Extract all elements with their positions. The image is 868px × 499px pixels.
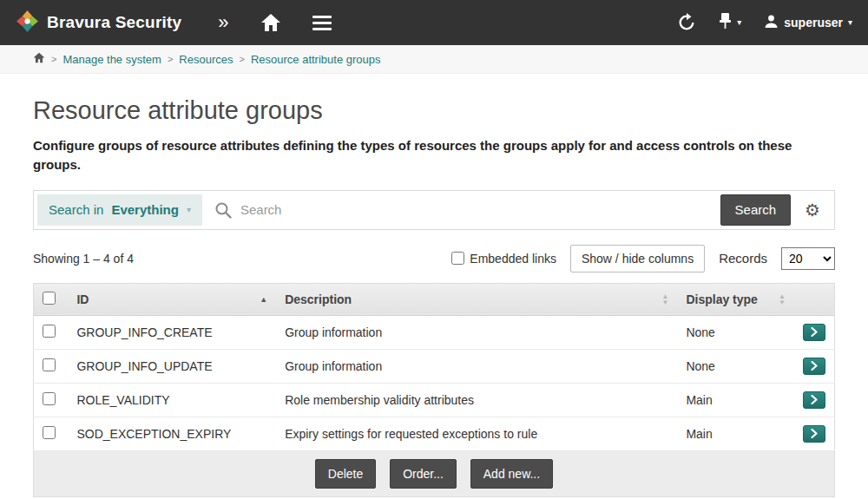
brand[interactable]: Bravura Security: [16, 10, 181, 36]
embedded-links-checkbox[interactable]: [451, 252, 464, 265]
table-row: GROUP_INFO_UPDATE Group information None: [34, 349, 835, 383]
column-header-description[interactable]: Description ▲▼: [276, 283, 677, 315]
row-open-button[interactable]: [803, 358, 825, 375]
row-open-button[interactable]: [803, 324, 825, 341]
gear-icon[interactable]: ⚙: [805, 201, 820, 219]
cell-id: GROUP_INFO_UPDATE: [68, 349, 276, 383]
row-checkbox[interactable]: [43, 358, 56, 371]
table-footer-row: Delete Order... Add new...: [34, 450, 835, 496]
username: superuser: [784, 16, 843, 30]
add-new-button[interactable]: Add new...: [470, 459, 553, 489]
cell-display-type: Main: [677, 383, 794, 417]
table-row: ROLE_VALIDITY Role membership validity a…: [34, 383, 835, 417]
showing-count: Showing 1 – 4 of 4: [33, 252, 134, 266]
list-controls: Showing 1 – 4 of 4 Embedded links Show /…: [33, 245, 835, 272]
caret-down-icon: ▾: [848, 18, 852, 27]
caret-down-icon: ▾: [187, 206, 191, 214]
user-icon: [764, 14, 779, 32]
sort-asc-icon: ▲: [260, 295, 267, 304]
brand-name: Bravura Security: [47, 13, 181, 32]
page-title: Resource attribute groups: [33, 96, 835, 125]
show-hide-columns-button[interactable]: Show / hide columns: [570, 245, 705, 272]
select-all-checkbox[interactable]: [43, 292, 56, 305]
main-content: Resource attribute groups Configure grou…: [0, 96, 868, 499]
breadcrumb: > Manage the system > Resources > Resour…: [0, 45, 868, 74]
embedded-links-label: Embedded links: [470, 252, 556, 266]
cell-description: Expiry settings for requested exceptions…: [276, 417, 677, 450]
records-select[interactable]: 20: [781, 247, 835, 270]
breadcrumb-home-icon[interactable]: [33, 52, 45, 66]
row-checkbox[interactable]: [43, 392, 56, 405]
cell-description: Group information: [276, 315, 677, 349]
cell-display-type: None: [677, 315, 794, 349]
row-open-button[interactable]: [803, 391, 825, 409]
bravura-logo-icon: [16, 10, 39, 36]
search-icon: [214, 201, 232, 219]
sidebar-expand-icon[interactable]: »: [218, 13, 228, 32]
pin-menu[interactable]: ▾: [719, 12, 741, 33]
table-row: GROUP_INFO_CREATE Group information None: [34, 315, 835, 349]
search-scope-dropdown[interactable]: Search in Everything ▾: [37, 194, 202, 226]
top-navbar: Bravura Security » ▾: [0, 0, 868, 45]
row-checkbox[interactable]: [43, 325, 56, 338]
cell-description: Group information: [276, 349, 677, 383]
search-input[interactable]: [232, 202, 720, 217]
records-label: Records: [719, 251, 767, 266]
cell-id: GROUP_INFO_CREATE: [68, 315, 276, 349]
column-header-id[interactable]: ID ▲: [68, 283, 276, 315]
cell-display-type: None: [677, 349, 794, 383]
cell-display-type: Main: [677, 417, 794, 450]
user-menu[interactable]: superuser ▾: [764, 14, 852, 32]
breadcrumb-item-resources[interactable]: Resources: [179, 53, 233, 66]
table-header-row: ID ▲ Description ▲▼ Display type: [34, 283, 835, 315]
pin-icon: [719, 12, 732, 33]
search-scope-value: Everything: [111, 202, 179, 217]
cell-id: SOD_EXCEPTION_EXPIRY: [68, 417, 276, 450]
search-button[interactable]: Search: [720, 194, 792, 226]
column-header-display-type[interactable]: Display type ▲▼: [677, 283, 794, 315]
page-description: Configure groups of resource attributes …: [33, 136, 835, 174]
home-icon[interactable]: [260, 13, 281, 32]
caret-down-icon: ▾: [737, 18, 741, 27]
search-scope-label: Search in: [49, 202, 103, 217]
table-row: SOD_EXCEPTION_EXPIRY Expiry settings for…: [34, 417, 835, 450]
embedded-links-toggle[interactable]: Embedded links: [451, 252, 556, 266]
resource-attribute-groups-table: ID ▲ Description ▲▼ Display type: [33, 283, 835, 497]
refresh-icon[interactable]: [677, 13, 696, 32]
breadcrumb-item-manage-the-system[interactable]: Manage the system: [62, 53, 161, 66]
delete-button[interactable]: Delete: [315, 459, 376, 489]
row-open-button[interactable]: [803, 425, 825, 443]
menu-icon[interactable]: [312, 16, 332, 30]
order-button[interactable]: Order...: [390, 459, 457, 489]
breadcrumb-item-resource-attribute-groups[interactable]: Resource attribute groups: [251, 53, 381, 66]
sort-icon: ▲▼: [661, 293, 668, 305]
sort-icon: ▲▼: [779, 293, 786, 305]
search-bar: Search in Everything ▾ Search ⚙: [33, 190, 835, 230]
cell-description: Role membership validity attributes: [276, 383, 677, 417]
cell-id: ROLE_VALIDITY: [68, 383, 276, 417]
row-checkbox[interactable]: [43, 426, 56, 439]
